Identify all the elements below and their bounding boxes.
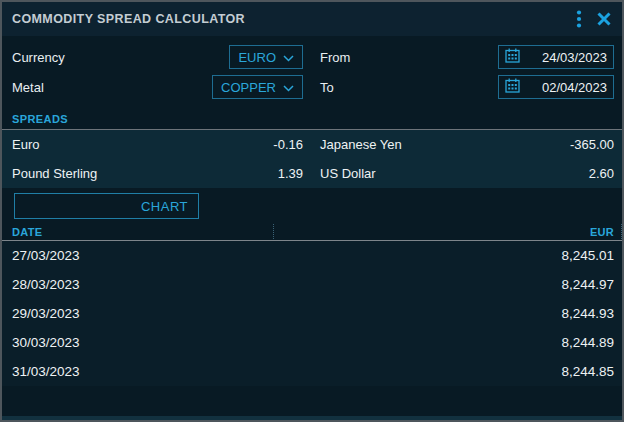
row-value: 8,245.01 bbox=[561, 248, 614, 263]
rates-table: 27/03/2023 8,245.01 28/03/2023 8,244.97 … bbox=[2, 241, 622, 386]
spread-value: 1.39 bbox=[278, 166, 303, 181]
row-value: 8,244.85 bbox=[561, 364, 614, 379]
column-header-date: DATE bbox=[12, 226, 42, 238]
titlebar[interactable]: COMMODITY SPREAD CALCULATOR bbox=[2, 2, 622, 36]
from-date-value: 24/03/2023 bbox=[526, 50, 607, 65]
column-separator bbox=[273, 224, 274, 239]
row-date: 31/03/2023 bbox=[12, 364, 80, 379]
to-date-value: 02/04/2023 bbox=[526, 80, 607, 95]
table-row: 31/03/2023 8,244.85 bbox=[2, 357, 622, 386]
titlebar-icons bbox=[576, 9, 612, 29]
row-date: 27/03/2023 bbox=[12, 248, 80, 263]
table-row: 28/03/2023 8,244.97 bbox=[2, 270, 622, 299]
kebab-menu-icon[interactable] bbox=[576, 9, 582, 29]
currency-label: Currency bbox=[12, 50, 65, 65]
form-row-2: Metal COPPER To bbox=[12, 75, 614, 99]
window-bottom-edge bbox=[2, 416, 622, 420]
currency-value: EURO bbox=[238, 50, 276, 65]
form-row-1: Currency EURO From bbox=[12, 45, 614, 69]
row-value: 8,244.89 bbox=[561, 335, 614, 350]
spread-value: -365.00 bbox=[570, 137, 614, 152]
spread-name: Euro bbox=[12, 137, 39, 152]
table-row: 27/03/2023 8,245.01 bbox=[2, 241, 622, 270]
close-icon[interactable] bbox=[596, 11, 612, 27]
row-date: 29/03/2023 bbox=[12, 306, 80, 321]
table-header: DATE EUR bbox=[2, 223, 622, 241]
from-label: From bbox=[320, 50, 350, 65]
calendar-icon[interactable] bbox=[505, 78, 520, 97]
chart-button[interactable]: CHART bbox=[14, 193, 199, 219]
column-header-eur: EUR bbox=[590, 226, 614, 238]
row-date: 30/03/2023 bbox=[12, 335, 80, 350]
metal-value: COPPER bbox=[221, 80, 276, 95]
to-label: To bbox=[320, 80, 334, 95]
metal-label: Metal bbox=[12, 80, 44, 95]
table-row: 30/03/2023 8,244.89 bbox=[2, 328, 622, 357]
column-separator bbox=[621, 224, 622, 239]
spread-row: Euro -0.16 Japanese Yen -365.00 bbox=[12, 130, 614, 159]
metal-dropdown[interactable]: COPPER bbox=[212, 75, 303, 99]
row-value: 8,244.97 bbox=[561, 277, 614, 292]
spread-name: US Dollar bbox=[320, 166, 376, 181]
to-date-field[interactable]: 02/04/2023 bbox=[498, 75, 614, 99]
currency-dropdown[interactable]: EURO bbox=[229, 45, 303, 69]
commodity-spread-calculator-window: COMMODITY SPREAD CALCULATOR Currency bbox=[0, 0, 624, 422]
spread-row: Pound Sterling 1.39 US Dollar 2.60 bbox=[12, 159, 614, 188]
spread-value: -0.16 bbox=[273, 137, 303, 152]
spread-value: 2.60 bbox=[589, 166, 614, 181]
form-section: Currency EURO From bbox=[2, 36, 622, 111]
spread-name: Japanese Yen bbox=[320, 137, 402, 152]
chevron-down-icon bbox=[283, 80, 294, 95]
row-value: 8,244.93 bbox=[561, 306, 614, 321]
calendar-icon[interactable] bbox=[505, 48, 520, 67]
chevron-down-icon bbox=[283, 50, 294, 65]
chart-button-row: CHART bbox=[2, 188, 622, 223]
spread-name: Pound Sterling bbox=[12, 166, 97, 181]
table-row: 29/03/2023 8,244.93 bbox=[2, 299, 622, 328]
row-date: 28/03/2023 bbox=[12, 277, 80, 292]
empty-area bbox=[2, 386, 622, 416]
from-date-field[interactable]: 24/03/2023 bbox=[498, 45, 614, 69]
spreads-section: Euro -0.16 Japanese Yen -365.00 Pound St… bbox=[2, 130, 622, 188]
spreads-section-label: SPREADS bbox=[2, 111, 622, 130]
window-title: COMMODITY SPREAD CALCULATOR bbox=[12, 12, 576, 26]
